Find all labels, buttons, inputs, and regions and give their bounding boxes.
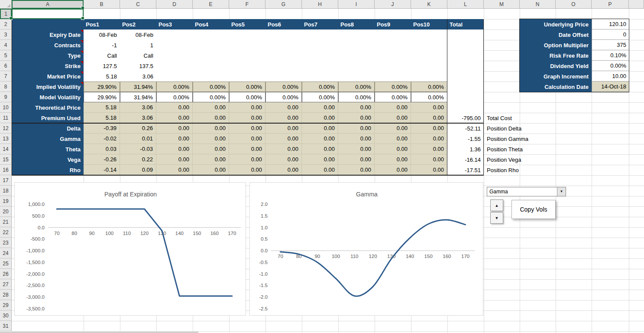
row-header-28[interactable]: 28 <box>0 290 12 300</box>
cell-vega-pos7[interactable]: 0.00 <box>302 154 338 165</box>
row-header-2[interactable]: 2 <box>0 19 12 29</box>
copy-vols-button[interactable]: Copy Vols <box>511 200 556 219</box>
graph-type-dropdown[interactable]: Gamma ▼ <box>487 187 566 196</box>
cell-theta-pos8[interactable]: 0.00 <box>338 144 375 154</box>
cell-premium-used-pos10[interactable]: 0.00 <box>411 113 447 123</box>
cell-rho-pos9[interactable]: 0.00 <box>375 165 411 175</box>
cell-model-volatility-pos9[interactable]: 0.00% <box>375 92 411 102</box>
cell-type-pos8[interactable] <box>338 50 375 61</box>
position-header-pos1[interactable]: Pos1 <box>84 19 120 29</box>
cell-gamma-pos5[interactable]: 0.00 <box>229 134 265 144</box>
cell-contracts-pos6[interactable] <box>265 40 302 50</box>
column-header-i[interactable]: I <box>338 0 375 9</box>
total-cell-theta[interactable]: 1.36 <box>447 144 484 154</box>
cell-premium-used-pos1[interactable]: 5.18 <box>84 113 120 123</box>
cell-vega-pos6[interactable]: 0.00 <box>265 154 302 165</box>
cell-expiry-date-pos7[interactable] <box>302 29 338 40</box>
cell-contracts-pos2[interactable]: 1 <box>120 40 156 50</box>
cell-theta-pos3[interactable]: 0.00 <box>156 144 193 154</box>
cell-strike-pos1[interactable]: 127.5 <box>84 61 120 71</box>
row-header-9[interactable]: 9 <box>0 92 12 102</box>
cell-gamma-pos4[interactable]: 0.00 <box>193 134 229 144</box>
cell-implied-volatility-pos9[interactable]: 0.00% <box>375 82 411 92</box>
row-header-17[interactable]: 17 <box>0 175 12 186</box>
cell-delta-pos7[interactable]: 0.00 <box>302 123 338 134</box>
row-header-1[interactable]: 1 <box>0 9 12 19</box>
cell-contracts-pos5[interactable] <box>229 40 265 50</box>
cell-theta-pos5[interactable]: 0.00 <box>229 144 265 154</box>
cell-implied-volatility-pos7[interactable]: 0.00% <box>302 82 338 92</box>
row-label-theoretical-price[interactable]: Theoretical Price <box>12 102 84 113</box>
column-header-partial[interactable] <box>629 0 644 9</box>
total-cell-contracts[interactable] <box>447 40 484 50</box>
cell-theoretical-price-pos3[interactable]: 0.00 <box>156 102 193 113</box>
row-header-10[interactable]: 10 <box>0 102 12 113</box>
cell-rho-pos2[interactable]: 0.09 <box>120 165 156 175</box>
cell-market-price-pos5[interactable] <box>229 71 265 82</box>
cell-implied-volatility-pos5[interactable]: 0.00% <box>229 82 265 92</box>
cell-market-price-pos9[interactable] <box>375 71 411 82</box>
cell-rho-pos5[interactable]: 0.00 <box>229 165 265 175</box>
cell-expiry-date-pos10[interactable] <box>411 29 447 40</box>
row-label-contracts[interactable]: Contracts <box>12 40 84 50</box>
cell-rho-pos10[interactable]: 0.00 <box>411 165 447 175</box>
row-header-30[interactable]: 30 <box>0 310 12 321</box>
cell-type-pos10[interactable] <box>411 50 447 61</box>
row-header-22[interactable]: 22 <box>0 227 12 238</box>
cell-delta-pos8[interactable]: 0.00 <box>338 123 375 134</box>
row-label-gamma[interactable]: Gamma <box>12 134 84 144</box>
cell-model-volatility-pos6[interactable]: 0.00% <box>265 92 302 102</box>
cell-type-pos2[interactable]: Call <box>120 50 156 61</box>
row-header-11[interactable]: 11 <box>0 113 12 123</box>
cell-gamma-pos1[interactable]: -0.02 <box>84 134 120 144</box>
cell-rho-pos1[interactable]: -0.14 <box>84 165 120 175</box>
row-header-15[interactable]: 15 <box>0 154 12 165</box>
cell-rho-pos8[interactable]: 0.00 <box>338 165 375 175</box>
spin-up-button[interactable]: ▲ <box>490 199 503 211</box>
cell-delta-pos10[interactable]: 0.00 <box>411 123 447 134</box>
total-cell-vega[interactable]: -16.14 <box>447 154 484 165</box>
column-header-e[interactable]: E <box>193 0 229 9</box>
cell-vega-pos9[interactable]: 0.00 <box>375 154 411 165</box>
column-header-d[interactable]: D <box>156 0 193 9</box>
cell-market-price-pos1[interactable]: 5.18 <box>84 71 120 82</box>
cell-expiry-date-pos1[interactable]: 08-Feb <box>84 29 120 40</box>
position-header-pos9[interactable]: Pos9 <box>375 19 411 29</box>
column-header-p[interactable]: P <box>592 0 629 9</box>
row-header-16[interactable]: 16 <box>0 165 12 175</box>
cell-expiry-date-pos4[interactable] <box>193 29 229 40</box>
cell-premium-used-pos4[interactable]: 0.00 <box>193 113 229 123</box>
cell-delta-pos3[interactable]: 0.00 <box>156 123 193 134</box>
row-label-rho[interactable]: Rho <box>12 165 84 175</box>
cell-theta-pos7[interactable]: 0.00 <box>302 144 338 154</box>
cell-type-pos6[interactable] <box>265 50 302 61</box>
cell-type-pos4[interactable] <box>193 50 229 61</box>
cell-theta-pos10[interactable]: 0.00 <box>411 144 447 154</box>
cell-type-pos3[interactable] <box>156 50 193 61</box>
column-header-m[interactable]: M <box>484 0 520 9</box>
row-header-26[interactable]: 26 <box>0 269 12 279</box>
cell-rho-pos4[interactable]: 0.00 <box>193 165 229 175</box>
cell-theoretical-price-pos8[interactable]: 0.00 <box>338 102 375 113</box>
position-header-pos8[interactable]: Pos8 <box>338 19 375 29</box>
cell-premium-used-pos6[interactable]: 0.00 <box>265 113 302 123</box>
cell-expiry-date-pos5[interactable] <box>229 29 265 40</box>
cell-theta-pos4[interactable]: 0.00 <box>193 144 229 154</box>
row-label-premium-used[interactable]: Premium Used <box>12 113 84 123</box>
cell-model-volatility-pos8[interactable]: 0.00% <box>338 92 375 102</box>
row-header-25[interactable]: 25 <box>0 258 12 269</box>
row-label-market-price[interactable]: Market Price <box>12 71 84 82</box>
dropdown-arrow-button[interactable]: ▼ <box>557 187 566 196</box>
cell-contracts-pos10[interactable] <box>411 40 447 50</box>
cell-strike-pos5[interactable] <box>229 61 265 71</box>
row-header-27[interactable]: 27 <box>0 279 12 290</box>
total-cell-market-price[interactable] <box>447 71 484 82</box>
cell-expiry-date-pos6[interactable] <box>265 29 302 40</box>
cell-model-volatility-pos7[interactable]: 0.00% <box>302 92 338 102</box>
cell-gamma-pos8[interactable]: 0.00 <box>338 134 375 144</box>
cell-expiry-date-pos8[interactable] <box>338 29 375 40</box>
cell-delta-pos2[interactable]: 0.26 <box>120 123 156 134</box>
cell-model-volatility-pos4[interactable]: 0.00% <box>193 92 229 102</box>
cell-model-volatility-pos5[interactable]: 0.00% <box>229 92 265 102</box>
total-cell-implied-volatility[interactable] <box>447 82 484 92</box>
